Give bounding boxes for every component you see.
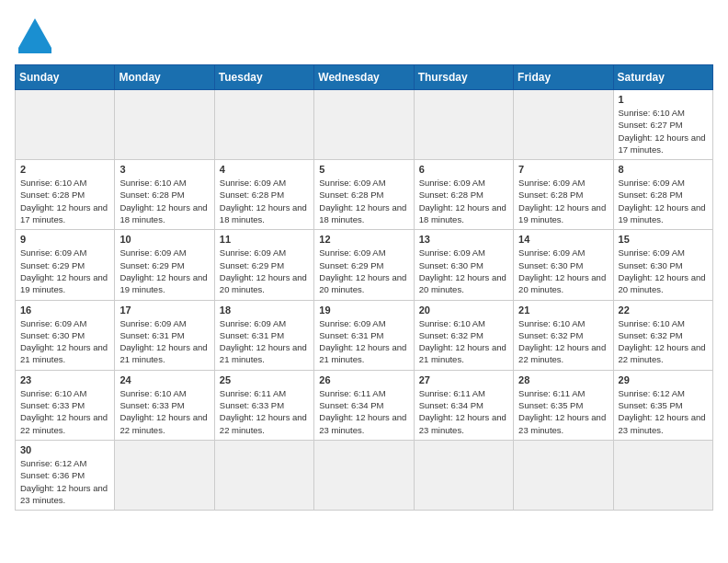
day-number: 8 — [619, 164, 708, 175]
day-info: Sunrise: 6:10 AM Sunset: 6:27 PM Dayligh… — [619, 107, 708, 155]
day-number: 19 — [319, 304, 408, 316]
calendar-cell — [314, 440, 414, 510]
calendar-day-header: Wednesday — [314, 65, 414, 90]
day-number: 4 — [220, 164, 309, 175]
calendar-cell — [514, 440, 613, 510]
calendar-day-header: Friday — [514, 65, 613, 90]
day-number: 13 — [419, 234, 508, 245]
day-number: 21 — [518, 304, 608, 316]
calendar-table: SundayMondayTuesdayWednesdayThursdayFrid… — [15, 64, 713, 511]
calendar-day-header: Monday — [115, 65, 214, 90]
day-info: Sunrise: 6:09 AM Sunset: 6:28 PM Dayligh… — [518, 177, 608, 225]
day-info: Sunrise: 6:12 AM Sunset: 6:35 PM Dayligh… — [619, 387, 708, 436]
calendar-cell: 24Sunrise: 6:10 AM Sunset: 6:33 PM Dayli… — [115, 370, 214, 440]
calendar-cell: 22Sunrise: 6:10 AM Sunset: 6:32 PM Dayli… — [613, 300, 712, 370]
day-info: Sunrise: 6:10 AM Sunset: 6:33 PM Dayligh… — [20, 387, 109, 436]
day-info: Sunrise: 6:09 AM Sunset: 6:29 PM Dayligh… — [220, 247, 309, 295]
day-info: Sunrise: 6:10 AM Sunset: 6:32 PM Dayligh… — [419, 317, 508, 366]
day-number: 27 — [419, 374, 508, 385]
calendar-cell — [414, 440, 513, 510]
calendar-cell: 17Sunrise: 6:09 AM Sunset: 6:31 PM Dayli… — [115, 300, 214, 370]
day-info: Sunrise: 6:11 AM Sunset: 6:34 PM Dayligh… — [319, 387, 408, 436]
day-number: 7 — [518, 164, 608, 175]
day-number: 6 — [419, 164, 508, 175]
calendar-cell — [115, 90, 214, 160]
day-info: Sunrise: 6:09 AM Sunset: 6:30 PM Dayligh… — [518, 247, 608, 295]
svg-marker-0 — [18, 18, 51, 48]
calendar-cell: 4Sunrise: 6:09 AM Sunset: 6:28 PM Daylig… — [214, 160, 313, 230]
calendar-day-header: Saturday — [613, 65, 712, 90]
day-number: 28 — [518, 374, 608, 385]
day-number: 30 — [20, 444, 109, 455]
calendar-cell: 11Sunrise: 6:09 AM Sunset: 6:29 PM Dayli… — [214, 230, 313, 300]
calendar-cell: 15Sunrise: 6:09 AM Sunset: 6:30 PM Dayli… — [613, 230, 712, 300]
day-info: Sunrise: 6:10 AM Sunset: 6:28 PM Dayligh… — [20, 177, 109, 225]
day-info: Sunrise: 6:09 AM Sunset: 6:28 PM Dayligh… — [220, 177, 309, 225]
calendar-week-row: 2Sunrise: 6:10 AM Sunset: 6:28 PM Daylig… — [16, 160, 713, 230]
calendar-cell: 10Sunrise: 6:09 AM Sunset: 6:29 PM Dayli… — [115, 230, 214, 300]
day-info: Sunrise: 6:09 AM Sunset: 6:30 PM Dayligh… — [419, 247, 508, 295]
day-info: Sunrise: 6:11 AM Sunset: 6:34 PM Dayligh… — [419, 387, 508, 436]
day-info: Sunrise: 6:09 AM Sunset: 6:29 PM Dayligh… — [319, 247, 408, 295]
day-number: 26 — [319, 374, 408, 385]
day-info: Sunrise: 6:09 AM Sunset: 6:28 PM Dayligh… — [619, 177, 708, 225]
day-info: Sunrise: 6:09 AM Sunset: 6:29 PM Dayligh… — [119, 247, 209, 295]
day-number: 29 — [619, 374, 708, 385]
calendar-day-header: Thursday — [414, 65, 513, 90]
day-info: Sunrise: 6:11 AM Sunset: 6:35 PM Dayligh… — [518, 387, 608, 436]
calendar-cell — [514, 90, 613, 160]
calendar-cell: 25Sunrise: 6:11 AM Sunset: 6:33 PM Dayli… — [214, 370, 313, 440]
calendar-header-row: SundayMondayTuesdayWednesdayThursdayFrid… — [16, 65, 713, 90]
day-number: 1 — [619, 94, 708, 105]
page-header — [15, 15, 713, 55]
calendar-cell: 7Sunrise: 6:09 AM Sunset: 6:28 PM Daylig… — [514, 160, 613, 230]
calendar-cell: 14Sunrise: 6:09 AM Sunset: 6:30 PM Dayli… — [514, 230, 613, 300]
calendar-cell: 12Sunrise: 6:09 AM Sunset: 6:29 PM Dayli… — [314, 230, 414, 300]
calendar-cell: 28Sunrise: 6:11 AM Sunset: 6:35 PM Dayli… — [514, 370, 613, 440]
day-number: 23 — [20, 374, 109, 385]
calendar-day-header: Sunday — [16, 65, 115, 90]
calendar-cell: 8Sunrise: 6:09 AM Sunset: 6:28 PM Daylig… — [613, 160, 712, 230]
day-number: 11 — [220, 234, 309, 245]
calendar-week-row: 23Sunrise: 6:10 AM Sunset: 6:33 PM Dayli… — [16, 370, 713, 440]
calendar-cell: 13Sunrise: 6:09 AM Sunset: 6:30 PM Dayli… — [414, 230, 513, 300]
day-number: 12 — [319, 234, 408, 245]
calendar-cell — [613, 440, 712, 510]
calendar-cell — [115, 440, 214, 510]
calendar-cell: 30Sunrise: 6:12 AM Sunset: 6:36 PM Dayli… — [16, 440, 115, 510]
calendar-cell: 19Sunrise: 6:09 AM Sunset: 6:31 PM Dayli… — [314, 300, 414, 370]
calendar-cell: 29Sunrise: 6:12 AM Sunset: 6:35 PM Dayli… — [613, 370, 712, 440]
svg-rect-1 — [18, 48, 51, 53]
calendar-week-row: 9Sunrise: 6:09 AM Sunset: 6:29 PM Daylig… — [16, 230, 713, 300]
day-info: Sunrise: 6:12 AM Sunset: 6:36 PM Dayligh… — [20, 457, 109, 506]
calendar-day-header: Tuesday — [214, 65, 313, 90]
day-number: 17 — [119, 304, 209, 316]
calendar-week-row: 30Sunrise: 6:12 AM Sunset: 6:36 PM Dayli… — [16, 440, 713, 510]
day-number: 9 — [20, 234, 109, 245]
calendar-cell: 20Sunrise: 6:10 AM Sunset: 6:32 PM Dayli… — [414, 300, 513, 370]
day-info: Sunrise: 6:09 AM Sunset: 6:31 PM Dayligh… — [220, 317, 309, 366]
day-info: Sunrise: 6:10 AM Sunset: 6:32 PM Dayligh… — [518, 317, 608, 366]
day-number: 2 — [20, 164, 109, 175]
day-number: 22 — [619, 304, 708, 316]
calendar-cell: 9Sunrise: 6:09 AM Sunset: 6:29 PM Daylig… — [16, 230, 115, 300]
calendar-cell: 26Sunrise: 6:11 AM Sunset: 6:34 PM Dayli… — [314, 370, 414, 440]
calendar-cell — [214, 90, 313, 160]
calendar-cell: 6Sunrise: 6:09 AM Sunset: 6:28 PM Daylig… — [414, 160, 513, 230]
day-info: Sunrise: 6:09 AM Sunset: 6:31 PM Dayligh… — [119, 317, 209, 366]
calendar-cell: 2Sunrise: 6:10 AM Sunset: 6:28 PM Daylig… — [16, 160, 115, 230]
day-info: Sunrise: 6:09 AM Sunset: 6:30 PM Dayligh… — [619, 247, 708, 295]
day-info: Sunrise: 6:10 AM Sunset: 6:32 PM Dayligh… — [619, 317, 708, 366]
day-number: 15 — [619, 234, 708, 245]
day-number: 5 — [319, 164, 408, 175]
day-number: 20 — [419, 304, 508, 316]
day-info: Sunrise: 6:11 AM Sunset: 6:33 PM Dayligh… — [220, 387, 309, 436]
day-number: 3 — [119, 164, 209, 175]
calendar-cell: 3Sunrise: 6:10 AM Sunset: 6:28 PM Daylig… — [115, 160, 214, 230]
calendar-cell: 1Sunrise: 6:10 AM Sunset: 6:27 PM Daylig… — [613, 90, 712, 160]
logo — [15, 15, 61, 55]
day-info: Sunrise: 6:10 AM Sunset: 6:33 PM Dayligh… — [119, 387, 209, 436]
day-number: 24 — [119, 374, 209, 385]
calendar-cell: 18Sunrise: 6:09 AM Sunset: 6:31 PM Dayli… — [214, 300, 313, 370]
calendar-week-row: 1Sunrise: 6:10 AM Sunset: 6:27 PM Daylig… — [16, 90, 713, 160]
